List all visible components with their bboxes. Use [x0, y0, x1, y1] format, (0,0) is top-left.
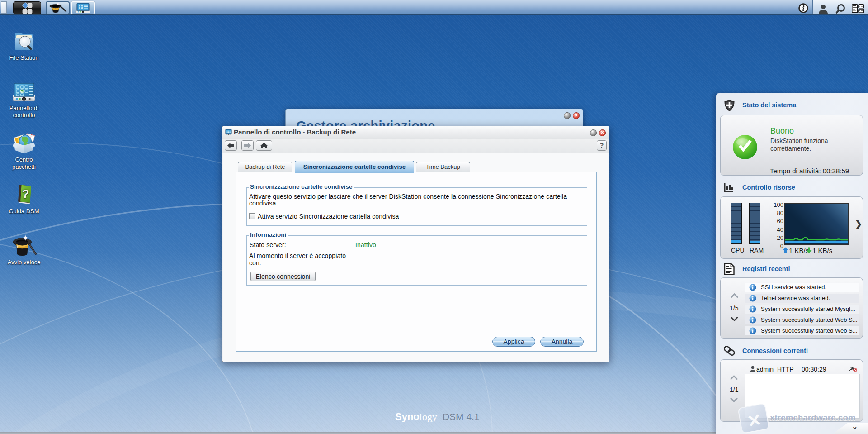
svg-text:?: ? — [21, 187, 29, 201]
